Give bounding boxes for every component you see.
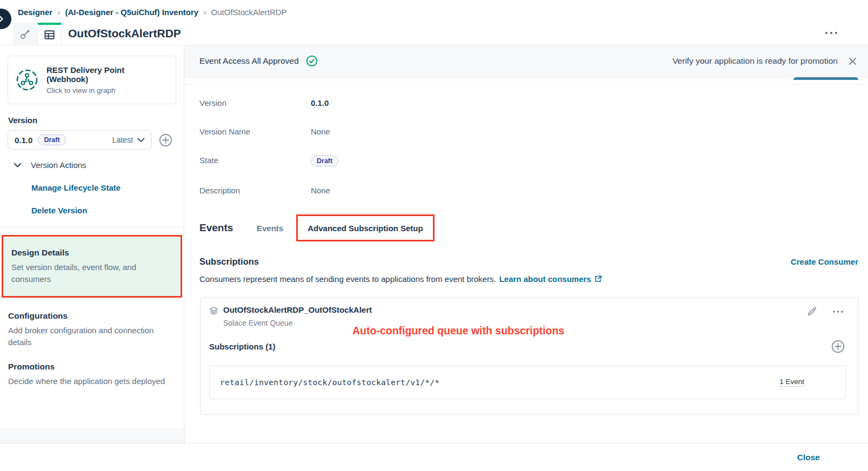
view-tabs (13, 23, 62, 45)
bottom-strip (0, 428, 868, 443)
events-heading: Events (199, 222, 257, 234)
add-version-button[interactable] (159, 133, 172, 147)
body: REST Delivery Point (Webhook) Click to v… (0, 45, 868, 428)
footer: Close (0, 443, 868, 471)
consumer-card-titles: OutOfStockAlertRDP_OutOfStockAlert Solac… (223, 305, 372, 327)
consumer-type: Solace Event Queue (223, 319, 372, 327)
card-subscriptions-label: Subscriptions (1) (209, 342, 276, 351)
breadcrumb-separator: › (57, 8, 60, 17)
sidebar: REST Delivery Point (Webhook) Click to v… (0, 45, 184, 428)
chevron-right-icon (0, 15, 5, 23)
chevron-down-icon (14, 163, 22, 168)
chevron-down-icon (137, 138, 145, 143)
nav-item-title: Design Details (11, 248, 172, 258)
latest-label: Latest (112, 136, 133, 144)
field-label: Version (199, 98, 311, 107)
add-subscription-button[interactable] (831, 340, 845, 353)
consumer-name: OutOfStockAlertRDP_OutOfStockAlert (223, 305, 372, 314)
sidebar-divider (0, 227, 184, 228)
field-label: Version Name (199, 127, 311, 136)
version-details-fields: Version 0.1.0 Version Name None State Dr… (199, 98, 858, 195)
sidebar-item-promotions[interactable]: Promotions Decide where the application … (8, 362, 176, 387)
field-value: None (311, 186, 330, 195)
table-view-icon (43, 29, 56, 41)
graph-view-icon (19, 28, 32, 41)
breadcrumb-designer[interactable]: Designer (18, 8, 52, 17)
draft-badge: Draft (38, 134, 65, 145)
close-button[interactable]: Close (797, 453, 820, 462)
subscriptions-heading: Subscriptions (199, 257, 259, 267)
application-type-text: REST Delivery Point (Webhook) Click to v… (46, 65, 168, 95)
subscriptions-description-text: Consumers represent means of sending eve… (199, 274, 496, 284)
subscription-row: retail/inventory/stock/outofstockalert/v… (209, 365, 846, 399)
main-panel: Event Access All Approved Verify your ap… (184, 45, 868, 428)
collapse-panel-button[interactable] (0, 9, 11, 29)
delete-version-link[interactable]: Delete Version (31, 206, 176, 215)
nav-item-title: Promotions (8, 362, 176, 372)
field-label: State (199, 156, 311, 165)
application-type-card[interactable]: REST Delivery Point (Webhook) Click to v… (8, 56, 176, 104)
content-divider (184, 84, 868, 85)
approved-check-icon (306, 55, 318, 67)
consumer-card: OutOfStockAlertRDP_OutOfStockAlert Solac… (200, 297, 858, 415)
kebab-menu-icon (832, 310, 844, 313)
design-details-content: Version 0.1.0 Version Name None State Dr… (184, 84, 868, 415)
application-type-title: REST Delivery Point (Webhook) (46, 65, 168, 84)
pencil-icon (807, 306, 817, 317)
event-access-status: Event Access All Approved (199, 55, 318, 67)
rest-delivery-point-icon (16, 69, 38, 91)
latest-indicator: Latest (112, 136, 145, 144)
field-state: State Draft (199, 156, 858, 166)
promotion-hint-text: Verify your application is ready for pro… (672, 56, 838, 66)
nav-item-subtitle: Decide where the application gets deploy… (8, 375, 170, 387)
status-banner: Event Access All Approved Verify your ap… (184, 45, 868, 77)
app-window: Designer › (AI-Designer - Q5uiChuf) Inve… (0, 0, 868, 471)
field-label: Description (199, 186, 311, 195)
edit-consumer-button[interactable] (807, 306, 817, 317)
sidebar-item-configurations[interactable]: Configurations Add broker configuration … (8, 311, 176, 348)
page-title: OutOfStockAlertRDP (68, 27, 181, 40)
version-row: 0.1.0 Draft Latest (8, 130, 176, 150)
nav-item-subtitle: Set version details, event flow, and con… (11, 261, 172, 285)
tab-events[interactable]: Events (257, 224, 283, 233)
consumer-more-button[interactable] (832, 310, 844, 313)
subscriptions-header: Subscriptions Create Consumer (199, 257, 858, 267)
manage-lifecycle-state-link[interactable]: Manage Lifecycle State (31, 183, 176, 192)
queue-layers-icon (209, 306, 218, 315)
breadcrumb-separator: › (203, 8, 206, 17)
learn-about-consumers-link[interactable]: Learn about consumers (499, 274, 602, 284)
learn-link-text: Learn about consumers (499, 274, 591, 284)
version-select[interactable]: 0.1.0 Draft Latest (8, 130, 152, 150)
annotation-red-box: Advanced Subscription Setup (296, 214, 434, 241)
header-more-button[interactable] (825, 31, 838, 35)
header: Designer › (AI-Designer - Q5uiChuf) Inve… (0, 0, 868, 45)
plus-circle-icon (159, 133, 172, 147)
verify-button-partial[interactable] (793, 77, 858, 80)
annotation-text: Auto-configured queue with subscriptions (352, 325, 564, 337)
nav-item-subtitle: Add broker configuration and connection … (8, 325, 170, 348)
kebab-menu-icon (825, 31, 838, 35)
external-link-icon (594, 275, 602, 283)
dismiss-banner-button[interactable] (848, 57, 857, 66)
version-actions-toggle[interactable]: Version Actions (14, 160, 176, 170)
subscription-events-link[interactable]: 1 Event (779, 378, 804, 387)
field-description: Description None (199, 186, 858, 195)
version-section-label: Version (8, 116, 176, 125)
field-value: 0.1.0 (311, 98, 329, 107)
event-access-text: Event Access All Approved (199, 56, 299, 66)
breadcrumb-current: OutOfStockAlertRDP (211, 8, 287, 17)
consumer-card-header: OutOfStockAlertRDP_OutOfStockAlert Solac… (201, 305, 858, 327)
field-version-name: Version Name None (199, 127, 858, 136)
plus-circle-icon (831, 340, 845, 353)
card-subscriptions-header: Subscriptions (1) (201, 340, 858, 353)
breadcrumb: Designer › (AI-Designer - Q5uiChuf) Inve… (18, 8, 287, 17)
sidebar-item-design-details[interactable]: Design Details Set version details, even… (2, 235, 182, 298)
events-header: Events Events Advanced Subscription Setu… (199, 214, 858, 241)
field-version: Version 0.1.0 (199, 98, 858, 107)
create-consumer-button[interactable]: Create Consumer (791, 257, 858, 266)
tab-table-view[interactable] (37, 23, 62, 45)
application-type-subtitle: Click to view in graph (46, 86, 168, 95)
breadcrumb-inventory[interactable]: (AI-Designer - Q5uiChuf) Inventory (65, 8, 199, 17)
tab-graph-view[interactable] (13, 23, 37, 45)
tab-advanced-subscription-setup[interactable]: Advanced Subscription Setup (308, 224, 423, 233)
